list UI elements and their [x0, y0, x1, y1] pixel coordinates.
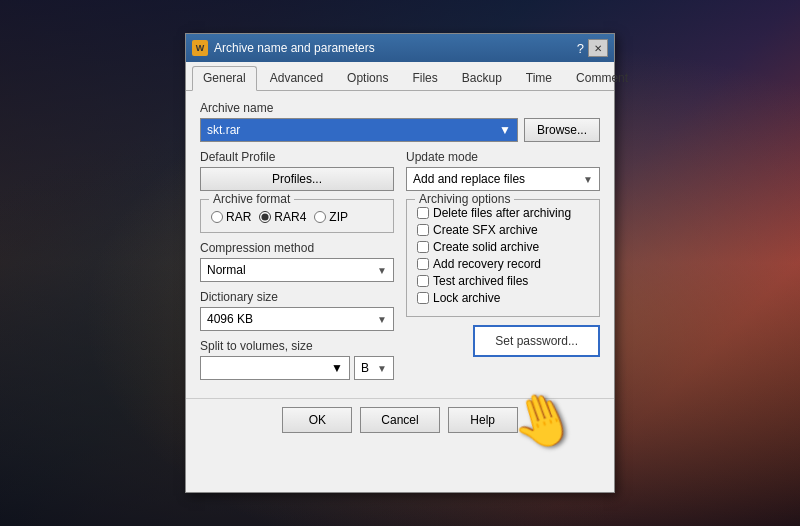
- update-mode-dropdown[interactable]: Add and replace files ▼: [406, 167, 600, 191]
- checkbox-recovery[interactable]: Add recovery record: [417, 257, 589, 271]
- tab-bar: General Advanced Options Files Backup Ti…: [186, 62, 614, 91]
- profiles-button[interactable]: Profiles...: [200, 167, 394, 191]
- tab-time[interactable]: Time: [515, 66, 563, 90]
- dialog-overlay: W Archive name and parameters ? ✕ Genera…: [0, 0, 800, 526]
- split-volumes-group: Split to volumes, size ▼ B ▼: [200, 339, 394, 380]
- archive-format-group: Archive format RAR RAR4: [200, 199, 394, 233]
- archiving-options-label: Archiving options: [415, 192, 514, 206]
- cancel-button[interactable]: Cancel: [360, 407, 439, 433]
- dropdown-arrow2: ▼: [377, 314, 387, 325]
- window-controls: ✕: [588, 39, 608, 57]
- split-volumes-label: Split to volumes, size: [200, 339, 394, 353]
- app-icon: W: [192, 40, 208, 56]
- tab-backup[interactable]: Backup: [451, 66, 513, 90]
- archive-format-label: Archive format: [209, 192, 294, 206]
- dropdown-arrow: ▼: [377, 265, 387, 276]
- main-section: Default Profile Profiles... Archive form…: [200, 150, 600, 388]
- default-profile-label: Default Profile: [200, 150, 394, 164]
- ok-button[interactable]: OK: [282, 407, 352, 433]
- title-bar: W Archive name and parameters ? ✕: [186, 34, 614, 62]
- dictionary-size-label: Dictionary size: [200, 290, 394, 304]
- tab-comment[interactable]: Comment: [565, 66, 639, 90]
- default-profile-group: Default Profile Profiles...: [200, 150, 394, 191]
- tab-general[interactable]: General: [192, 66, 257, 91]
- split-input[interactable]: ▼: [200, 356, 350, 380]
- left-section: Default Profile Profiles... Archive form…: [200, 150, 394, 388]
- split-row: ▼ B ▼: [200, 356, 394, 380]
- dialog-title: Archive name and parameters: [214, 41, 577, 55]
- archive-name-group: Archive name skt.rar ▼ Browse...: [200, 101, 600, 142]
- dropdown-arrow3: ▼: [583, 174, 593, 185]
- radio-group: RAR RAR4 ZIP: [211, 210, 383, 224]
- archive-name-label: Archive name: [200, 101, 518, 115]
- set-password-button[interactable]: Set password...: [473, 325, 600, 357]
- archiving-options-group: Archiving options Delete files after arc…: [406, 199, 600, 317]
- archive-name-input[interactable]: skt.rar ▼: [200, 118, 518, 142]
- checkbox-lock[interactable]: Lock archive: [417, 291, 589, 305]
- checkbox-list: Delete files after archiving Create SFX …: [417, 206, 589, 305]
- checkbox-delete[interactable]: Delete files after archiving: [417, 206, 589, 220]
- radio-rar[interactable]: RAR: [211, 210, 251, 224]
- tab-options[interactable]: Options: [336, 66, 399, 90]
- help-button[interactable]: Help: [448, 407, 518, 433]
- split-unit-dropdown[interactable]: B ▼: [354, 356, 394, 380]
- dictionary-size-group: Dictionary size 4096 KB ▼: [200, 290, 394, 331]
- compression-method-label: Compression method: [200, 241, 394, 255]
- browse-button[interactable]: Browse...: [524, 118, 600, 142]
- checkbox-test[interactable]: Test archived files: [417, 274, 589, 288]
- dictionary-size-dropdown[interactable]: 4096 KB ▼: [200, 307, 394, 331]
- checkbox-sfx[interactable]: Create SFX archive: [417, 223, 589, 237]
- radio-zip[interactable]: ZIP: [314, 210, 348, 224]
- radio-rar4[interactable]: RAR4: [259, 210, 306, 224]
- checkbox-solid[interactable]: Create solid archive: [417, 240, 589, 254]
- help-icon[interactable]: ?: [577, 41, 584, 56]
- dialog-window: W Archive name and parameters ? ✕ Genera…: [185, 33, 615, 493]
- compression-method-group: Compression method Normal ▼: [200, 241, 394, 282]
- tab-files[interactable]: Files: [401, 66, 448, 90]
- dialog-body: Archive name skt.rar ▼ Browse...: [186, 91, 614, 398]
- dialog-footer: OK Cancel Help: [186, 398, 614, 441]
- tab-advanced[interactable]: Advanced: [259, 66, 334, 90]
- update-mode-label: Update mode: [406, 150, 600, 164]
- compression-method-dropdown[interactable]: Normal ▼: [200, 258, 394, 282]
- update-mode-group: Update mode Add and replace files ▼: [406, 150, 600, 191]
- close-button[interactable]: ✕: [588, 39, 608, 57]
- right-section: Update mode Add and replace files ▼ Arch…: [406, 150, 600, 388]
